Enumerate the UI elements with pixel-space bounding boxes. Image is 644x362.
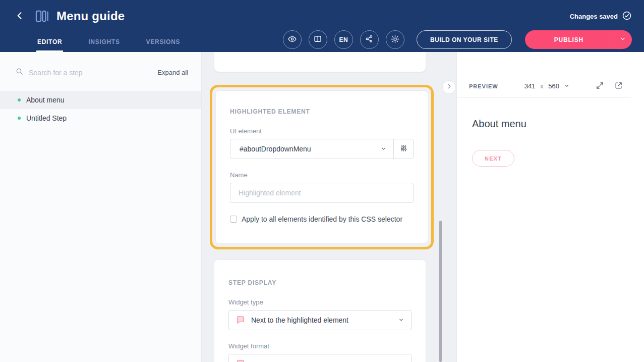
eye-icon — [287, 34, 297, 45]
page-body: Expand all About menu Untitled Step HIGH… — [0, 52, 644, 362]
step-status-dot — [18, 117, 21, 120]
layout-button[interactable] — [309, 30, 327, 49]
chevron-left-icon — [15, 11, 25, 22]
changes-saved-label: Changes saved — [570, 13, 618, 20]
collapse-preview-button[interactable] — [442, 80, 456, 94]
publish-button[interactable]: PUBLISH — [525, 30, 613, 49]
widget-format-label: Widget format — [228, 342, 412, 350]
preview-header: PREVIEW 341 x 560 — [457, 75, 631, 98]
previous-settings-card-partial — [214, 52, 426, 72]
chevron-down-icon — [620, 36, 626, 43]
top-bar: Menu guide Changes saved EDITOR INSIGHTS… — [0, 0, 644, 52]
chevron-down-icon — [398, 316, 404, 324]
highlighted-element-card: HIGHLIGHTED ELEMENT UI element #aboutDro… — [215, 90, 428, 244]
chevron-down-icon — [398, 360, 404, 362]
apply-all-checkbox[interactable] — [230, 216, 237, 223]
tune-sliders-icon — [399, 144, 408, 154]
widget-format-select[interactable] — [228, 354, 412, 362]
ui-element-row: #aboutDropdownMenu — [230, 139, 414, 159]
selection-highlight-border: HIGHLIGHTED ELEMENT UI element #aboutDro… — [210, 85, 434, 249]
widget-type-label: Widget type — [228, 298, 412, 306]
preview-toolbar — [596, 81, 623, 91]
next-button[interactable]: NEXT — [472, 150, 514, 167]
expand-icon — [596, 81, 604, 91]
check-circle-icon — [622, 11, 632, 22]
publish-split-button: PUBLISH — [525, 30, 632, 49]
ui-element-select[interactable]: #aboutDropdownMenu — [230, 139, 394, 159]
language-button[interactable]: EN — [334, 30, 353, 49]
header-actions: EN BUILD ON YOUR SITE PUBLISH — [283, 30, 632, 52]
dimension-separator: x — [540, 83, 543, 90]
steps-sidebar: Expand all About menu Untitled Step — [0, 52, 202, 362]
tab-editor[interactable]: EDITOR — [36, 28, 63, 52]
preview-height-value: 560 — [548, 82, 559, 90]
expand-preview-button[interactable] — [596, 81, 604, 91]
publish-options-button[interactable] — [613, 30, 632, 49]
step-search-input[interactable] — [29, 69, 152, 77]
search-icon — [15, 67, 24, 78]
page-title: Menu guide — [56, 9, 125, 23]
language-badge: EN — [339, 36, 348, 43]
highlighted-element-name-input[interactable] — [230, 183, 414, 203]
step-status-dot — [18, 98, 21, 101]
expand-all-button[interactable]: Expand all — [157, 69, 188, 76]
chevron-down-icon — [564, 82, 569, 90]
tab-versions[interactable]: VERSIONS — [145, 28, 182, 52]
editor-tabs: EDITOR INSIGHTS VERSIONS — [36, 28, 181, 52]
widget-type-value: Next to the highlighted element — [251, 316, 392, 324]
preview-eye-button[interactable] — [283, 30, 302, 49]
build-on-your-site-button[interactable]: BUILD ON YOUR SITE — [417, 30, 512, 49]
preview-width-value: 341 — [524, 82, 536, 90]
open-in-new-tab-button[interactable] — [614, 81, 623, 91]
share-icon — [365, 34, 374, 45]
app-logo-icon — [35, 10, 49, 23]
preview-size-select[interactable]: 341 x 560 — [498, 82, 596, 90]
gear-icon — [390, 34, 400, 45]
back-button[interactable] — [12, 9, 27, 24]
section-title: HIGHLIGHTED ELEMENT — [230, 108, 414, 115]
step-item-about-menu[interactable]: About menu — [0, 91, 201, 109]
chevron-right-icon — [446, 83, 452, 91]
chevron-down-icon — [381, 145, 386, 153]
step-list: About menu Untitled Step — [0, 91, 201, 127]
element-picker-button[interactable] — [393, 139, 414, 159]
step-item-untitled-step[interactable]: Untitled Step — [0, 109, 201, 127]
panel-layout-icon — [313, 34, 322, 45]
apply-all-row: Apply to all elements identified by this… — [230, 215, 414, 223]
changes-saved-status: Changes saved — [570, 11, 632, 22]
external-link-icon — [614, 81, 623, 91]
step-display-card: STEP DISPLAY Widget type Next to the hig… — [214, 260, 426, 362]
step-item-label: About menu — [26, 96, 65, 104]
apply-all-label: Apply to all elements identified by this… — [242, 215, 402, 223]
ui-element-value: #aboutDropdownMenu — [240, 145, 311, 153]
share-button[interactable] — [360, 30, 379, 49]
scrollbar-thumb[interactable] — [439, 221, 442, 362]
editor-settings-column: HIGHLIGHTED ELEMENT UI element #aboutDro… — [202, 52, 456, 362]
ui-element-label: UI element — [230, 127, 414, 135]
settings-button[interactable] — [386, 30, 404, 49]
tab-insights[interactable]: INSIGHTS — [87, 28, 121, 52]
widget-type-select[interactable]: Next to the highlighted element — [228, 310, 412, 330]
preview-content: About menu NEXT — [457, 98, 644, 187]
tooltip-widget-icon — [236, 359, 245, 362]
tooltip-widget-icon — [236, 315, 245, 326]
step-search-row: Expand all — [0, 52, 201, 85]
preview-step-title: About menu — [472, 118, 629, 130]
section-title: STEP DISPLAY — [228, 279, 412, 286]
step-item-label: Untitled Step — [26, 114, 67, 122]
name-label: Name — [230, 171, 414, 179]
preview-panel-label: PREVIEW — [469, 83, 498, 89]
preview-panel: PREVIEW 341 x 560 — [456, 52, 644, 362]
